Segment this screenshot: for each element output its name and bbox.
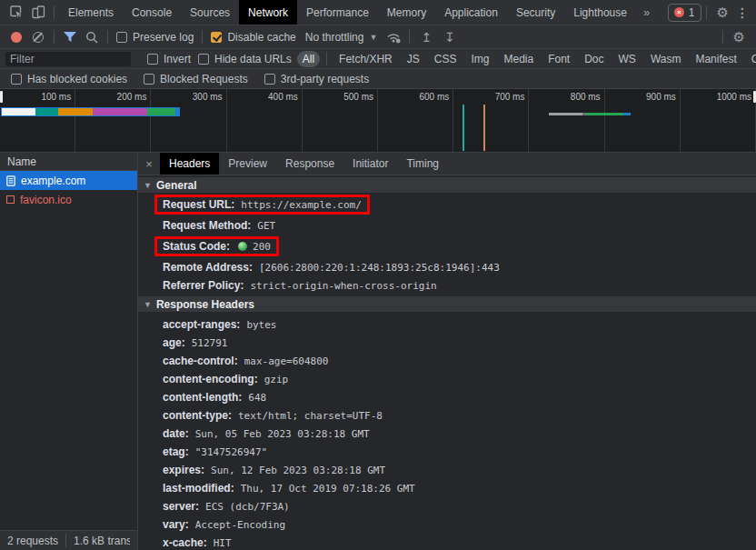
- header-value: GET: [257, 220, 275, 232]
- network-status-bar: 2 requests 1.6 kB transferred: [0, 530, 137, 550]
- time-label: 700 ms: [453, 89, 529, 152]
- filter-chip-other[interactable]: Other: [746, 51, 756, 67]
- header-row-request-method: Request Method: GET: [138, 216, 756, 235]
- header-label: content-encoding:: [163, 373, 258, 385]
- header-value: Sun, 05 Feb 2023 03:28:18 GMT: [195, 428, 370, 440]
- tab-lighthouse[interactable]: Lighthouse: [564, 0, 636, 25]
- tab-headers[interactable]: Headers: [160, 153, 219, 175]
- header-value: ECS (dcb/7F3A): [205, 501, 290, 513]
- filter-chip-all[interactable]: All: [297, 51, 320, 67]
- network-settings-gear-icon[interactable]: ⚙: [728, 29, 751, 45]
- filter-chip-img[interactable]: Img: [465, 51, 494, 67]
- export-har-icon[interactable]: ↧: [438, 30, 462, 45]
- filter-funnel-icon[interactable]: [59, 27, 81, 47]
- header-value: Sun, 12 Feb 2023 03:28:18 GMT: [211, 465, 385, 476]
- annotation-box-request-url: Request URL: https://example.com/: [154, 195, 370, 215]
- header-value: HIT: [214, 537, 232, 549]
- header-value: Accept-Encoding: [195, 519, 285, 531]
- filter-chip-doc[interactable]: Doc: [579, 51, 609, 67]
- header-label: content-type:: [163, 409, 232, 422]
- checkbox-box: [144, 74, 154, 85]
- inspect-element-icon[interactable]: [5, 3, 27, 23]
- header-row: x-cache: HIT: [138, 534, 756, 550]
- devtools-tabbar: Elements Console Sources Network Perform…: [0, 0, 756, 25]
- more-tabs-icon[interactable]: »: [636, 5, 657, 19]
- filter-chip-font[interactable]: Font: [542, 51, 575, 67]
- time-label: 600 ms: [378, 89, 453, 152]
- general-section-header[interactable]: ▼ General: [138, 177, 756, 193]
- filter-chip-ws[interactable]: WS: [613, 51, 642, 67]
- tab-performance[interactable]: Performance: [297, 0, 378, 25]
- overview-left-handle[interactable]: [0, 91, 3, 103]
- more-options-icon[interactable]: ⋮: [734, 5, 756, 20]
- tab-elements[interactable]: Elements: [59, 0, 123, 25]
- disable-cache-checkbox[interactable]: Disable cache: [207, 31, 299, 44]
- header-value: 648: [248, 392, 266, 404]
- header-label: Request Method:: [163, 219, 251, 232]
- tab-memory[interactable]: Memory: [378, 0, 435, 25]
- preserve-log-checkbox[interactable]: Preserve log: [113, 31, 197, 44]
- network-overview[interactable]: 100 ms 200 ms 300 ms 400 ms 500 ms 600 m…: [0, 89, 756, 153]
- request-row-example-com[interactable]: example.com: [0, 171, 137, 190]
- triangle-down-icon: ▼: [144, 300, 152, 309]
- tab-application[interactable]: Application: [435, 0, 507, 25]
- header-label: server:: [163, 500, 199, 513]
- header-label: Request URL:: [163, 198, 234, 211]
- hide-data-urls-checkbox[interactable]: Hide data URLs: [194, 53, 295, 65]
- response-headers-section-header[interactable]: ▼ Response Headers: [138, 296, 756, 312]
- checkbox-box: [264, 74, 275, 85]
- filter-chip-manifest[interactable]: Manifest: [690, 51, 741, 67]
- header-value: text/html; charset=UTF-8: [238, 410, 383, 422]
- time-label: 900 ms: [605, 89, 681, 152]
- tab-timing[interactable]: Timing: [397, 153, 448, 175]
- blocked-requests-checkbox[interactable]: Blocked Requests: [140, 73, 252, 85]
- network-main: Name example.com favicon.ico 2 requests …: [0, 153, 756, 550]
- tab-network[interactable]: Network: [239, 0, 297, 25]
- tab-security[interactable]: Security: [507, 0, 564, 25]
- header-value: https://example.com/: [241, 199, 361, 211]
- requests-count: 2 requests: [7, 535, 58, 547]
- document-icon: [6, 175, 15, 186]
- filter-chip-js[interactable]: JS: [402, 51, 425, 67]
- settings-gear-icon[interactable]: ⚙: [711, 5, 734, 21]
- filter-chip-css[interactable]: CSS: [429, 51, 463, 67]
- header-label: age:: [163, 336, 185, 349]
- header-value: "3147526947": [195, 446, 267, 458]
- throttling-dropdown[interactable]: No throttling ▼: [300, 31, 383, 44]
- import-har-icon[interactable]: ↥: [414, 30, 438, 45]
- request-row-favicon[interactable]: favicon.ico: [0, 190, 137, 209]
- tab-preview[interactable]: Preview: [219, 153, 276, 175]
- divider: [54, 30, 55, 44]
- close-icon[interactable]: ×: [138, 153, 160, 175]
- options-bar: Has blocked cookies Blocked Requests 3rd…: [0, 69, 756, 89]
- header-row: last-modified: Thu, 17 Oct 2019 07:18:26…: [138, 479, 756, 497]
- header-label: Referrer Policy:: [163, 279, 244, 292]
- invert-checkbox[interactable]: Invert: [144, 53, 194, 65]
- tab-sources[interactable]: Sources: [181, 0, 239, 25]
- tab-response[interactable]: Response: [276, 153, 343, 175]
- has-blocked-cookies-checkbox[interactable]: Has blocked cookies: [7, 73, 131, 85]
- headers-pane[interactable]: ▼ General Request URL: https://example.c…: [138, 175, 756, 550]
- header-value: max-age=604800: [244, 355, 329, 367]
- error-badge[interactable]: × 1: [668, 4, 701, 22]
- record-button[interactable]: [11, 32, 22, 43]
- search-icon[interactable]: [81, 27, 103, 47]
- clear-icon[interactable]: [33, 32, 44, 43]
- tab-initiator[interactable]: Initiator: [343, 153, 397, 175]
- network-conditions-icon[interactable]: [383, 27, 404, 47]
- tab-console[interactable]: Console: [123, 0, 181, 25]
- header-row: expires: Sun, 12 Feb 2023 03:28:18 GMT: [138, 461, 756, 479]
- filter-input[interactable]: [5, 52, 131, 66]
- request-list-panel: Name example.com favicon.ico 2 requests …: [0, 153, 138, 550]
- header-value: [2606:2800:220:1:248:1893:25c8:1946]:443: [259, 262, 500, 274]
- filter-chip-wasm[interactable]: Wasm: [645, 51, 687, 67]
- device-toolbar-icon[interactable]: [27, 3, 49, 23]
- filter-bar: Invert Hide data URLs All Fetch/XHR JS C…: [0, 49, 756, 69]
- third-party-requests-checkbox[interactable]: 3rd-party requests: [261, 73, 373, 85]
- filter-chip-media[interactable]: Media: [498, 51, 539, 67]
- time-label: 300 ms: [151, 89, 226, 152]
- third-party-requests-label: 3rd-party requests: [281, 73, 369, 85]
- filter-chip-fetch-xhr[interactable]: Fetch/XHR: [333, 51, 398, 67]
- name-column-header[interactable]: Name: [0, 153, 137, 171]
- header-row: date: Sun, 05 Feb 2023 03:28:18 GMT: [138, 425, 756, 443]
